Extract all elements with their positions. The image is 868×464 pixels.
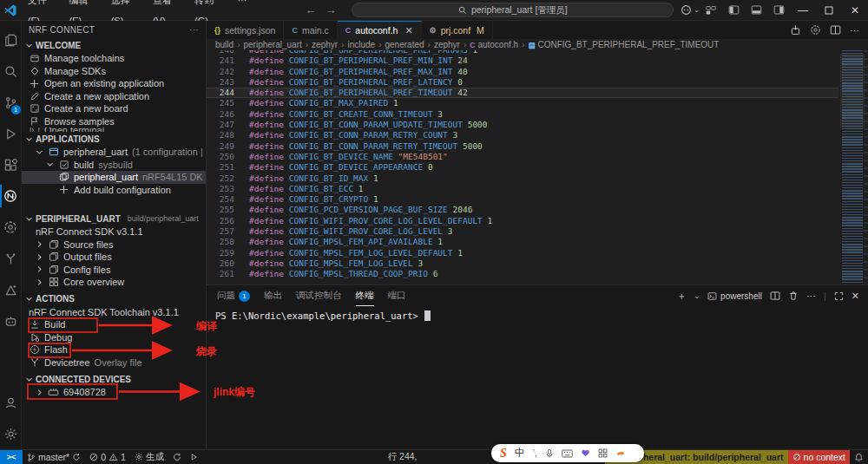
extensions-icon[interactable] xyxy=(0,149,22,180)
minimap[interactable] xyxy=(842,50,863,284)
tab-main-c[interactable]: Cmain.c xyxy=(284,21,337,39)
panel-tab-端口[interactable]: 端口 xyxy=(388,285,406,306)
breadcrumb-zephyr[interactable]: zephyr xyxy=(434,40,460,49)
terminal-dropdown-icon[interactable]: ⌄ xyxy=(694,292,700,300)
code-line-260[interactable]: 260#define CONFIG_MPSL_FEM_LOG_LEVEL 3 xyxy=(207,258,838,269)
connected-device-69408728[interactable]: 69408728 xyxy=(22,386,206,399)
ime-toolbar[interactable]: S 中 ’, xyxy=(491,444,644,462)
welcome-item-create-a-new-board[interactable]: Create a new board xyxy=(22,102,206,115)
project-item-output-files[interactable]: Output files xyxy=(22,251,206,264)
toolbox-grid-icon[interactable] xyxy=(598,448,608,458)
welcome-item-manage-toolchains[interactable]: Manage toolchains xyxy=(22,52,206,65)
action-build[interactable]: Build xyxy=(22,318,206,331)
soft-keyboard-icon[interactable] xyxy=(562,449,573,458)
code-line-242[interactable]: 242#define CONFIG_BT_PERIPHERAL_PREF_MAX… xyxy=(207,67,838,77)
section-connected-devices[interactable]: CONNECTED DEVICES xyxy=(22,372,206,386)
copilot-icon[interactable]: ⌄ xyxy=(681,4,700,16)
section-welcome[interactable]: WELCOME xyxy=(22,38,206,52)
breadcrumb-peripheral-uart[interactable]: peripheral_uart xyxy=(243,40,301,49)
maximize-button[interactable] xyxy=(816,0,842,21)
welcome-item-create-a-new-application[interactable]: Create a new application xyxy=(22,90,206,103)
no-context-badge[interactable]: no context xyxy=(788,450,850,464)
git-branch-item[interactable]: master* xyxy=(23,450,85,464)
code-line-258[interactable]: 258#define CONFIG_MPSL_FEM_API_AVAILABLE… xyxy=(207,237,838,247)
new-terminal-icon[interactable]: ＋ xyxy=(676,290,686,303)
breadcrumb-config-bt-peripheral-pref-timeout[interactable]: ▤CONFIG_BT_PERIPHERAL_PREF_TIMEOUT xyxy=(528,40,719,49)
build-node[interactable]: build sysbuild xyxy=(22,159,206,172)
code-editor[interactable]: 240#define CONFIG_BT_GAP_PERIPHERAL_PREF… xyxy=(207,50,868,284)
welcome-item-open-an-existing-application[interactable]: Open an existing application xyxy=(22,77,206,90)
close-panel-icon[interactable]: ✕ xyxy=(852,291,859,302)
explorer-icon[interactable] xyxy=(0,24,22,56)
code-line-252[interactable]: 252#define CONFIG_BT_ID_MAX 1 xyxy=(207,173,838,184)
build-configuration-selected[interactable]: peripheral_uart nRF54L15 DK nRF54L… ··· xyxy=(22,171,206,184)
application-peripheral-uart[interactable]: peripheral_uart (1 configuration | 2 con… xyxy=(22,146,206,159)
breadcrumb-autoconf-h[interactable]: Cautoconf.h xyxy=(470,40,518,49)
action-flash[interactable]: Flash xyxy=(22,343,206,356)
sync-item[interactable] xyxy=(168,450,186,464)
add-build-configuration[interactable]: Add build configuration xyxy=(22,184,206,197)
run-debug-icon[interactable] xyxy=(0,118,22,149)
tab-settings-json[interactable]: {}settings.json xyxy=(207,21,284,39)
toggle-panel-icon[interactable] xyxy=(745,4,767,16)
account-icon[interactable] xyxy=(0,387,22,418)
run-item[interactable] xyxy=(186,450,202,464)
action-debug[interactable]: Debug xyxy=(22,331,206,344)
section-actions[interactable]: ACTIONS xyxy=(22,292,206,306)
tab-autoconf-h[interactable]: Cautoconf.h✕ xyxy=(338,21,422,39)
welcome-item-manage-sdks[interactable]: Manage SDKs xyxy=(22,65,206,78)
swirl-extension-icon[interactable] xyxy=(0,212,22,243)
breadcrumb-include[interactable]: include xyxy=(347,40,375,49)
section-project-details[interactable]: PERIPHERAL_UART build/peripheral_uart xyxy=(22,212,206,225)
kill-terminal-icon[interactable] xyxy=(788,291,799,301)
nrf-connect-icon[interactable] xyxy=(0,180,22,212)
customize-layout-icon[interactable] xyxy=(700,5,722,16)
code-line-255[interactable]: 255#define CONFIG_PCD_VERSION_PAGE_BUF_S… xyxy=(207,205,838,215)
ime-pointer-icon[interactable] xyxy=(615,448,626,458)
triangle-extension-icon[interactable] xyxy=(0,274,22,305)
forward-arrow-icon[interactable]: → xyxy=(325,3,336,16)
source-control-icon[interactable]: 1 xyxy=(0,87,22,118)
split-editor-icon[interactable] xyxy=(830,24,841,36)
robot-extension-icon[interactable] xyxy=(0,305,22,337)
breadcrumb[interactable]: build›peripheral_uart›zephyr›include›gen… xyxy=(207,39,868,50)
toggle-secondary-sidebar-icon[interactable] xyxy=(767,4,790,16)
breadcrumb-build[interactable]: build xyxy=(215,40,233,49)
code-line-261[interactable]: 261#define CONFIG_MPSL_THREAD_COOP_PRIO … xyxy=(207,269,838,279)
code-line-246[interactable]: 246#define CONFIG_BT_CREATE_CONN_TIMEOUT… xyxy=(207,109,838,120)
code-line-248[interactable]: 248#define CONFIG_BT_CONN_PARAM_RETRY_CO… xyxy=(207,130,838,141)
panel-tab-输出[interactable]: 输出 xyxy=(264,285,282,306)
maximize-panel-icon[interactable] xyxy=(834,291,844,301)
nrf-build-icon[interactable] xyxy=(790,24,801,36)
notifications-bell-icon[interactable] xyxy=(850,450,868,464)
panel-more-icon[interactable]: ··· xyxy=(806,291,816,301)
more-actions-icon[interactable]: ··· xyxy=(850,25,859,36)
panel-tab-问题[interactable]: 问题1 xyxy=(217,285,250,306)
project-item-source-files[interactable]: Source files xyxy=(22,239,206,252)
devicetree-extension-icon[interactable] xyxy=(0,243,22,274)
split-terminal-icon[interactable] xyxy=(770,291,780,301)
search-sidebar-icon[interactable] xyxy=(0,56,22,87)
breadcrumb-zephyr[interactable]: zephyr xyxy=(312,40,338,49)
skin-heart-icon[interactable] xyxy=(581,448,590,458)
sogou-logo-icon[interactable]: S xyxy=(500,447,507,461)
project-item-core-overview[interactable]: Core overview xyxy=(22,276,206,289)
settings-gear-icon[interactable] xyxy=(0,418,22,449)
toggle-sidebar-icon[interactable] xyxy=(722,4,745,16)
microphone-icon[interactable] xyxy=(545,448,554,459)
line-col-item[interactable]: 行 244, xyxy=(384,450,422,464)
code-line-245[interactable]: 245#define CONFIG_BT_MAX_PAIRED 1 xyxy=(207,98,838,108)
code-line-253[interactable]: 253#define CONFIG_BT_ECC 1 xyxy=(207,184,838,194)
code-line-259[interactable]: 259#define CONFIG_MPSL_FEM_LOG_LEVEL_DEF… xyxy=(207,248,838,258)
breadcrumb-generated[interactable]: generated xyxy=(385,40,424,49)
cmake-build-item[interactable]: 生成 xyxy=(130,450,168,464)
code-line-251[interactable]: 251#define CONFIG_BT_DEVICE_APPEARANCE 0 xyxy=(207,162,838,173)
ime-mode-chinese[interactable]: 中 xyxy=(515,446,525,461)
panel-tab-终端[interactable]: 终端 xyxy=(356,285,374,306)
action-devicetree[interactable]: Devicetree Overlay file xyxy=(22,356,206,369)
project-item-config-files[interactable]: Config files xyxy=(22,264,206,277)
panel-tab-调试控制台[interactable]: 调试控制台 xyxy=(296,285,342,306)
tab-prj-conf[interactable]: ⚙prj.confM xyxy=(422,21,493,39)
ime-punctuation[interactable]: ’, xyxy=(533,448,537,458)
back-arrow-icon[interactable]: ← xyxy=(305,3,316,16)
